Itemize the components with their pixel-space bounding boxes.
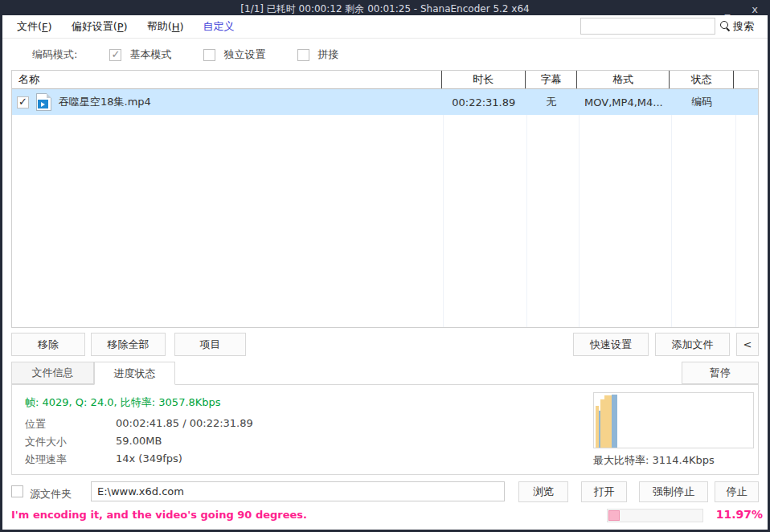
- position-label: 位置: [25, 417, 46, 432]
- tab-progress-status[interactable]: 进度状态: [94, 362, 175, 385]
- file-size-value: 59.00MB: [116, 435, 162, 447]
- pause-button[interactable]: 暂停: [682, 362, 759, 384]
- video-file-icon: [36, 93, 51, 111]
- remove-all-button[interactable]: 移除全部: [91, 333, 166, 356]
- menu-bar: 文件(F) 偏好设置(P) 帮助(H) 自定义 搜索: [2, 15, 768, 39]
- independent-settings-checkbox[interactable]: [203, 49, 215, 61]
- app-window: [1/1] 已耗时 00:00:12 剩余 00:01:25 - ShanaEn…: [0, 0, 770, 532]
- column-header-format[interactable]: 格式: [577, 71, 670, 88]
- column-header-subtitle[interactable]: 字幕: [526, 71, 578, 88]
- checkbox-independent-settings[interactable]: 独立设置: [203, 47, 265, 62]
- browse-button[interactable]: 浏览: [518, 481, 568, 502]
- checkbox-basic-mode[interactable]: 基本模式: [109, 47, 171, 62]
- encode-mode-toolbar: 编码模式: 基本模式 独立设置 拼接: [2, 39, 768, 71]
- close-button[interactable]: x: [747, 3, 762, 15]
- status-progress-fill: [608, 510, 620, 521]
- minimize-button[interactable]: _: [720, 3, 735, 15]
- status-message: I'm encoding it, and the video's going 9…: [11, 509, 307, 521]
- menu-file[interactable]: 文件(F): [7, 15, 62, 38]
- bitrate-chart: [593, 392, 754, 448]
- position-value: 00:02:41.85 / 00:22:31.89: [116, 417, 253, 429]
- concat-label: 拼接: [317, 47, 338, 62]
- encode-mode-label: 编码模式:: [32, 47, 77, 62]
- file-duration: 00:22:31.89: [442, 89, 526, 115]
- encode-stats-line: 帧: 4029, Q: 24.0, 比特率: 3057.8Kbps: [25, 395, 221, 410]
- project-button[interactable]: 项目: [174, 333, 246, 356]
- max-bitrate-label: 最大比特率: 3114.4Kbps: [593, 453, 715, 468]
- tab-file-info[interactable]: 文件信息: [11, 362, 94, 384]
- search-input[interactable]: [580, 18, 715, 35]
- basic-mode-label: 基本模式: [129, 47, 171, 62]
- stop-button[interactable]: 停止: [715, 481, 759, 502]
- search-button-label: 搜索: [733, 19, 754, 34]
- table-header: 名称 时长 字幕 格式 状态: [12, 71, 758, 89]
- progress-panel: 帧: 4029, Q: 24.0, 比特率: 3057.8Kbps 位置 00:…: [11, 384, 759, 475]
- status-progress-bar: [607, 509, 703, 522]
- speed-value: 14x (349fps): [116, 452, 182, 464]
- source-folder-label: 源文件夹: [30, 487, 72, 501]
- file-table: 名称 时长 字幕 格式 状态 吞噬星空18集.mp4 00:22:31.89 无…: [11, 70, 759, 328]
- window-title: [1/1] 已耗时 00:00:12 剩余 00:01:25 - ShanaEn…: [240, 2, 529, 16]
- menu-preferences[interactable]: 偏好设置(P): [62, 15, 137, 38]
- file-name: 吞噬星空18集.mp4: [59, 95, 151, 109]
- column-header-filler: [734, 71, 758, 88]
- search-icon: [720, 21, 731, 31]
- output-path-input[interactable]: [91, 481, 505, 501]
- quick-settings-button[interactable]: 快速设置: [573, 333, 649, 356]
- file-size-label: 文件大小: [25, 435, 67, 449]
- file-format: MOV,MP4,M4...: [578, 89, 670, 115]
- add-file-button[interactable]: 添加文件: [655, 333, 730, 356]
- basic-mode-checkbox[interactable]: [109, 49, 121, 61]
- search-button[interactable]: 搜索: [720, 19, 754, 34]
- column-header-name[interactable]: 名称: [12, 71, 442, 88]
- checkbox-concat[interactable]: 拼接: [297, 47, 338, 62]
- table-row[interactable]: 吞噬星空18集.mp4 00:22:31.89 无 MOV,MP4,M4... …: [12, 89, 758, 115]
- column-header-status[interactable]: 状态: [670, 71, 734, 88]
- collapse-panel-button[interactable]: <: [736, 333, 759, 356]
- independent-settings-label: 独立设置: [223, 47, 265, 62]
- file-status: 编码: [670, 89, 734, 115]
- row-checkbox[interactable]: [17, 96, 29, 108]
- menu-custom[interactable]: 自定义: [194, 15, 244, 38]
- speed-label: 处理速率: [25, 452, 67, 467]
- force-stop-button[interactable]: 强制停止: [639, 481, 708, 502]
- source-folder-checkbox[interactable]: [11, 485, 23, 497]
- menu-help[interactable]: 帮助(H): [137, 15, 194, 38]
- concat-checkbox[interactable]: [297, 49, 309, 61]
- column-header-duration[interactable]: 时长: [442, 71, 526, 88]
- open-button[interactable]: 打开: [581, 481, 627, 502]
- remove-button[interactable]: 移除: [11, 333, 85, 356]
- status-percent: 11.97%: [713, 508, 763, 521]
- file-subtitle: 无: [526, 89, 578, 115]
